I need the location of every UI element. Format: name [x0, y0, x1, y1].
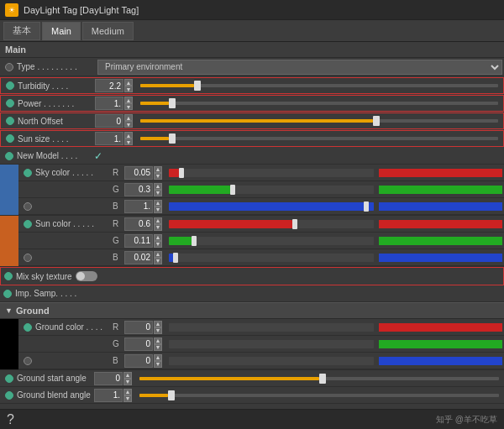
sun-r-slider[interactable] — [169, 220, 374, 228]
ground-blend-angle-input[interactable] — [94, 389, 123, 402]
power-slider[interactable] — [140, 97, 498, 109]
mix-sky-toggle[interactable] — [76, 271, 97, 281]
ground-g-input[interactable] — [124, 337, 153, 351]
ground-g-spin-down[interactable]: ▼ — [154, 344, 162, 351]
ground-start-angle-thumb[interactable] — [319, 374, 326, 384]
turbidity-slider[interactable] — [140, 80, 498, 92]
sun-g-thumb[interactable] — [192, 236, 197, 246]
north-offset-thumb[interactable] — [373, 116, 380, 126]
sky-b-spin-up[interactable]: ▲ — [154, 200, 162, 207]
ground-r-spin-up[interactable]: ▲ — [154, 321, 162, 327]
sun-r-spin-up[interactable]: ▲ — [154, 217, 162, 224]
ground-g-slider[interactable] — [169, 340, 374, 348]
sun-color-swatch[interactable] — [0, 216, 18, 266]
ground-blend-angle-spin-down[interactable]: ▼ — [123, 395, 132, 402]
north-offset-spin-up[interactable]: ▲ — [124, 114, 133, 121]
sun-g-spin-up[interactable]: ▲ — [154, 234, 162, 241]
sky-r-spin-up[interactable]: ▲ — [154, 166, 162, 173]
power-input-cell: ▲ ▼ — [95, 97, 137, 110]
sky-g-spin[interactable]: ▲ ▼ — [154, 183, 162, 196]
turbidity-thumb[interactable] — [194, 81, 201, 91]
sky-b-input[interactable] — [124, 200, 153, 213]
ground-color-swatch[interactable] — [0, 319, 18, 369]
ground-blend-angle-thumb[interactable] — [168, 390, 175, 400]
sun-size-thumb[interactable] — [169, 133, 176, 144]
ground-b-spin-down[interactable]: ▼ — [154, 361, 162, 368]
power-spin-up[interactable]: ▲ — [124, 97, 133, 103]
sun-r-input[interactable] — [124, 217, 153, 231]
sun-r-spin-down[interactable]: ▼ — [154, 224, 162, 231]
ground-start-angle-slider[interactable] — [139, 373, 499, 385]
ground-b-spin[interactable]: ▲ ▼ — [154, 354, 162, 368]
sky-g-thumb[interactable] — [230, 185, 235, 195]
north-offset-slider[interactable] — [140, 115, 498, 127]
ground-blend-angle-spin-up[interactable]: ▲ — [123, 389, 132, 395]
sun-r-thumb[interactable] — [292, 219, 297, 229]
sun-b-spin-up[interactable]: ▲ — [154, 251, 162, 258]
sky-g-spin-down[interactable]: ▼ — [154, 190, 162, 196]
sun-b-input[interactable] — [124, 251, 153, 264]
sun-b-slider[interactable] — [169, 254, 374, 262]
sky-color-swatch[interactable] — [0, 165, 18, 215]
sky-r-input[interactable] — [124, 166, 153, 180]
sun-size-spin-up[interactable]: ▲ — [124, 132, 133, 139]
sun-b-thumb[interactable] — [173, 253, 178, 263]
turbidity-spin[interactable]: ▲ ▼ — [124, 79, 133, 92]
ground-start-angle-input[interactable] — [94, 372, 123, 385]
tab-basic[interactable]: 基本 — [3, 22, 40, 40]
sky-g-input[interactable] — [124, 183, 153, 196]
sky-color-channels: Sky color . . . . . R ▲ ▼ G — [18, 165, 504, 215]
help-button[interactable]: ? — [7, 412, 14, 427]
ground-start-angle-spin[interactable]: ▲ ▼ — [123, 372, 132, 385]
sun-g-input[interactable] — [124, 234, 153, 248]
turbidity-spin-up[interactable]: ▲ — [124, 79, 133, 86]
north-offset-spin[interactable]: ▲ ▼ — [124, 114, 133, 128]
sky-r-slider[interactable] — [169, 169, 374, 177]
sun-r-spin[interactable]: ▲ ▼ — [154, 217, 162, 231]
turbidity-spin-down[interactable]: ▼ — [124, 86, 133, 92]
sun-g-spin-down[interactable]: ▼ — [154, 241, 162, 248]
sky-b-thumb[interactable] — [364, 201, 369, 212]
ground-start-angle-spin-up[interactable]: ▲ — [123, 372, 132, 379]
north-offset-input[interactable] — [95, 114, 123, 128]
sky-b-spin-down[interactable]: ▼ — [154, 207, 162, 213]
sky-b-slider[interactable] — [169, 202, 374, 211]
sun-size-spin[interactable]: ▲ ▼ — [124, 132, 133, 145]
ground-section-header[interactable]: ▼ Ground — [0, 302, 504, 319]
ground-g-spin[interactable]: ▲ ▼ — [154, 337, 162, 351]
sky-g-slider[interactable] — [169, 186, 374, 194]
power-thumb[interactable] — [169, 98, 176, 108]
sun-b-spin-down[interactable]: ▼ — [154, 258, 162, 264]
sun-size-input[interactable] — [95, 132, 123, 145]
power-spin-down[interactable]: ▼ — [124, 103, 133, 110]
ground-r-spin-down[interactable]: ▼ — [154, 327, 162, 334]
turbidity-input[interactable]: 2.2 — [95, 79, 123, 92]
ground-g-spin-up[interactable]: ▲ — [154, 337, 162, 344]
ground-blend-angle-slider[interactable] — [139, 390, 499, 401]
sky-r-spin[interactable]: ▲ ▼ — [154, 166, 162, 180]
sun-size-spin-down[interactable]: ▼ — [124, 139, 133, 145]
ground-blend-angle-spin[interactable]: ▲ ▼ — [123, 389, 132, 402]
sun-b-spin[interactable]: ▲ ▼ — [154, 251, 162, 264]
ground-start-angle-spin-down[interactable]: ▼ — [123, 379, 132, 385]
tab-main[interactable]: Main — [42, 22, 81, 40]
tab-medium[interactable]: Medium — [82, 22, 134, 40]
sky-r-thumb[interactable] — [179, 168, 184, 178]
ground-b-slider[interactable] — [169, 357, 374, 365]
type-select[interactable]: Primary environment — [97, 60, 502, 75]
north-offset-spin-down[interactable]: ▼ — [124, 121, 133, 128]
sun-size-slider[interactable] — [140, 133, 498, 144]
power-spin[interactable]: ▲ ▼ — [124, 97, 133, 110]
ground-r-input[interactable] — [124, 321, 153, 334]
new-model-check[interactable]: ✓ — [94, 150, 102, 162]
ground-r-slider[interactable] — [169, 323, 374, 332]
power-input[interactable] — [95, 97, 123, 110]
ground-r-spin[interactable]: ▲ ▼ — [154, 321, 162, 334]
sun-g-slider[interactable] — [169, 237, 374, 245]
sun-g-spin[interactable]: ▲ ▼ — [154, 234, 162, 248]
sky-r-spin-down[interactable]: ▼ — [154, 173, 162, 180]
sky-g-spin-up[interactable]: ▲ — [154, 183, 162, 190]
ground-b-input[interactable] — [124, 354, 153, 368]
ground-b-spin-up[interactable]: ▲ — [154, 354, 162, 361]
sky-b-spin[interactable]: ▲ ▼ — [154, 200, 162, 213]
